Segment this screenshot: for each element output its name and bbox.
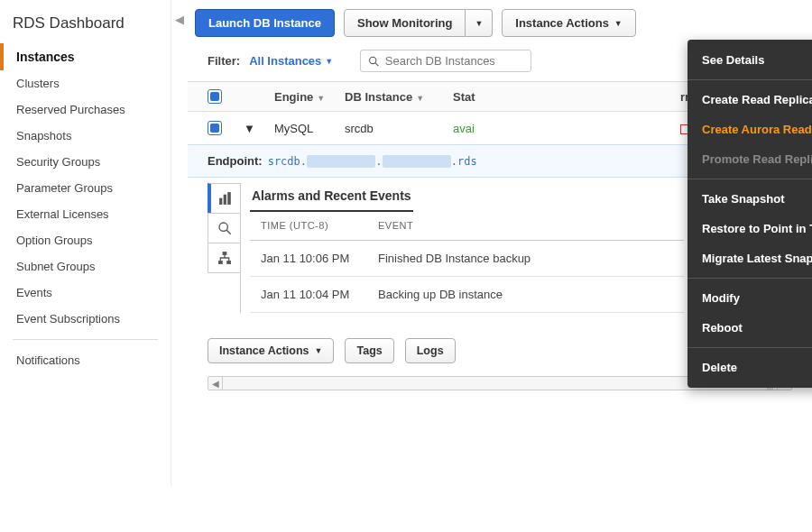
event-row: Jan 11 10:04 PM Backing up DB instance (250, 277, 684, 313)
show-monitoring-button[interactable]: Show Monitoring (344, 9, 466, 37)
svg-line-1 (375, 62, 379, 66)
cell-engine: MySQL (274, 122, 345, 135)
menu-modify[interactable]: Modify (687, 283, 812, 313)
svg-point-0 (370, 57, 376, 63)
sidebar: RDS Dashboard Instances Clusters Reserve… (0, 0, 171, 487)
caret-down-icon: ▼ (325, 57, 333, 66)
menu-reboot[interactable]: Reboot (687, 313, 812, 343)
menu-migrate-latest-snapshot[interactable]: Migrate Latest Snapshot (687, 243, 812, 273)
detail-tabs (208, 183, 241, 313)
expand-row-icon[interactable]: ▼ (244, 122, 274, 135)
sidebar-item-events[interactable]: Events (0, 280, 171, 306)
menu-see-details[interactable]: See Details (687, 45, 812, 75)
col-time: TIME (UTC-8) (250, 211, 367, 241)
svg-rect-4 (228, 192, 231, 204)
endpoint-label: Endpoint: (208, 154, 263, 168)
menu-create-aurora-read-replica[interactable]: Create Aurora Read Replica (687, 115, 812, 144)
sidebar-item-external-licenses[interactable]: External Licenses (0, 201, 171, 227)
show-monitoring-split: Show Monitoring ▼ (344, 9, 493, 37)
sidebar-separator (13, 339, 158, 340)
instance-actions-label: Instance Actions (515, 16, 609, 30)
svg-point-5 (219, 223, 227, 231)
cell-status: avai (453, 122, 507, 135)
menu-promote-read-replica: Promote Read Replica (687, 144, 812, 174)
sort-icon: ▼ (317, 94, 325, 103)
sidebar-item-subnet-groups[interactable]: Subnet Groups (0, 253, 171, 280)
tab-alarms[interactable] (208, 183, 240, 214)
main-content: Launch DB Instance Show Monitoring ▼ Ins… (188, 0, 812, 487)
instance-actions-menu: See Details Create Read Replica Create A… (687, 40, 812, 388)
svg-rect-2 (219, 198, 222, 205)
event-time: Jan 11 10:06 PM (250, 241, 367, 277)
tab-replication[interactable] (208, 243, 240, 273)
sidebar-title: RDS Dashboard (0, 9, 171, 43)
sidebar-item-reserved[interactable]: Reserved Purchases (0, 96, 171, 123)
col-db-instance[interactable]: DB Instance (345, 90, 412, 104)
event-row: Jan 11 10:06 PM Finished DB Instance bac… (250, 241, 684, 277)
event-text: Backing up DB instance (367, 277, 684, 313)
svg-rect-9 (226, 261, 230, 263)
sidebar-item-notifications[interactable]: Notifications (0, 347, 171, 373)
panel-title: Alarms and Recent Events (250, 183, 413, 212)
tags-button[interactable]: Tags (345, 338, 393, 363)
show-monitoring-caret[interactable]: ▼ (466, 9, 493, 37)
search-box[interactable] (360, 50, 531, 72)
col-engine[interactable]: Engine (274, 90, 313, 104)
menu-separator (687, 347, 812, 348)
sidebar-item-option-groups[interactable]: Option Groups (0, 227, 171, 253)
col-event: EVENT (367, 211, 684, 241)
menu-separator (687, 79, 812, 80)
sidebar-item-clusters[interactable]: Clusters (0, 70, 171, 96)
magnify-icon (217, 221, 232, 235)
event-time: Jan 11 10:04 PM (250, 277, 367, 313)
menu-restore-point-in-time[interactable]: Restore to Point in Time (687, 214, 812, 243)
menu-separator (687, 179, 812, 179)
event-text: Finished DB Instance backup (367, 241, 684, 277)
sidebar-item-event-subscriptions[interactable]: Event Subscriptions (0, 306, 171, 332)
menu-delete[interactable]: Delete (687, 353, 812, 382)
launch-db-instance-button[interactable]: Launch DB Instance (195, 9, 335, 37)
caret-down-icon: ▼ (315, 346, 323, 355)
svg-rect-7 (223, 252, 226, 254)
caret-down-icon: ▼ (614, 19, 623, 28)
sort-icon: ▼ (416, 94, 424, 103)
menu-take-snapshot[interactable]: Take Snapshot (687, 184, 812, 214)
sidebar-item-security-groups[interactable]: Security Groups (0, 149, 171, 175)
events-table: TIME (UTC-8) EVENT Jan 11 10:06 PM Finis… (250, 211, 684, 313)
sitemap-icon (217, 251, 232, 265)
filter-dropdown[interactable]: All Instances ▼ (249, 54, 333, 68)
logs-button[interactable]: Logs (405, 338, 456, 363)
menu-create-read-replica[interactable]: Create Read Replica (687, 85, 812, 115)
search-input[interactable] (385, 54, 524, 68)
filter-current: All Instances (249, 54, 321, 68)
row-checkbox[interactable] (208, 121, 222, 135)
cell-db-instance: srcdb (345, 122, 453, 135)
chart-icon (218, 191, 233, 206)
svg-rect-8 (218, 261, 222, 263)
sidebar-item-snapshots[interactable]: Snapshots (0, 123, 171, 149)
tab-monitoring[interactable] (208, 213, 240, 243)
collapse-sidebar-icon[interactable]: ◀ (171, 0, 188, 487)
caret-down-icon: ▼ (475, 19, 483, 28)
sidebar-item-instances[interactable]: Instances (0, 43, 171, 70)
menu-separator (687, 278, 812, 279)
col-status[interactable]: Stat (453, 90, 475, 104)
filter-label: Filter: (208, 54, 240, 68)
instance-actions-button[interactable]: Instance Actions ▼ (502, 9, 635, 37)
instance-actions-bottom-button[interactable]: Instance Actions ▼ (208, 338, 334, 363)
search-icon (368, 55, 380, 68)
endpoint-value: srcdb.xxxxxxxxxx.xxxxxxxxxx.rds (268, 155, 477, 168)
select-all-checkbox[interactable] (208, 89, 222, 104)
alarms-panel: Alarms and Recent Events TIME (UTC-8) EV… (250, 183, 684, 313)
sidebar-item-parameter-groups[interactable]: Parameter Groups (0, 175, 171, 201)
svg-line-6 (226, 230, 231, 234)
scroll-left-icon[interactable]: ◀ (208, 377, 223, 390)
instance-actions-bottom-label: Instance Actions (219, 344, 309, 357)
svg-rect-3 (224, 195, 226, 205)
